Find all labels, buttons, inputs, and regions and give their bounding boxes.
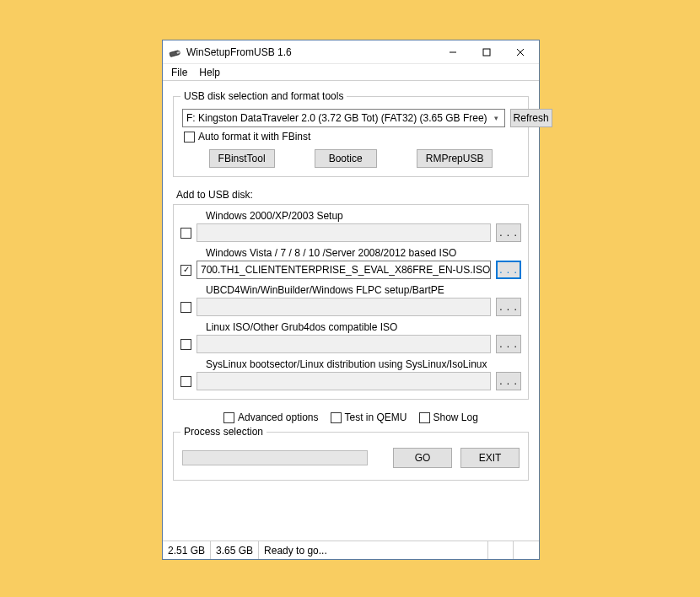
add-item-linuxiso: Linux ISO/Other Grub4dos compatible ISO … — [180, 321, 521, 353]
content-area: USB disk selection and format tools F: K… — [163, 81, 539, 541]
advanced-options-checkbox[interactable] — [223, 412, 234, 423]
path-input-linuxiso[interactable] — [197, 335, 491, 353]
browse-button-syslinux[interactable]: . . . — [496, 372, 521, 390]
test-qemu-label: Test in QEMU — [345, 411, 407, 423]
status-message: Ready to go... — [259, 541, 488, 559]
autoformat-label: Auto format it with FBinst — [198, 131, 310, 143]
app-icon — [166, 44, 183, 61]
add-item-win2000: Windows 2000/XP/2003 Setup . . . — [180, 210, 521, 242]
add-checkbox-ubcd[interactable] — [180, 302, 191, 313]
window-controls — [436, 42, 537, 62]
refresh-button[interactable]: Refresh — [510, 109, 552, 127]
close-button[interactable] — [503, 42, 537, 62]
svg-rect-3 — [483, 49, 490, 56]
browse-button-linuxiso[interactable]: . . . — [496, 335, 521, 353]
fbinsttool-button[interactable]: FBinstTool — [209, 149, 275, 168]
show-log-label: Show Log — [433, 411, 478, 423]
add-checkbox-win2000[interactable] — [180, 228, 191, 239]
path-input-ubcd[interactable] — [197, 298, 491, 316]
test-qemu-checkbox[interactable] — [331, 412, 342, 423]
add-item-label: Linux ISO/Other Grub4dos compatible ISO — [206, 321, 521, 333]
disk-selection-group: USB disk selection and format tools F: K… — [173, 96, 529, 177]
browse-button-ubcd[interactable]: . . . — [496, 298, 521, 316]
add-item-label: UBCD4Win/WinBuilder/Windows FLPC setup/B… — [206, 284, 521, 296]
options-row: Advanced options Test in QEMU Show Log — [173, 411, 529, 423]
window-title: WinSetupFromUSB 1.6 — [186, 46, 436, 58]
add-item-label: Windows 2000/XP/2003 Setup — [206, 210, 521, 222]
rmprepusb-button[interactable]: RMPrepUSB — [417, 149, 493, 168]
status-empty-1 — [488, 541, 514, 559]
status-empty-2 — [514, 541, 539, 559]
disk-select[interactable]: F: Kingston DataTraveler 2.0 (3.72 GB To… — [182, 109, 505, 127]
process-group: Process selection GO EXIT — [173, 432, 529, 481]
add-to-usb-group: Windows 2000/XP/2003 Setup . . . Windows… — [173, 204, 529, 400]
path-input-win2000[interactable] — [197, 223, 491, 242]
maximize-button[interactable] — [470, 42, 503, 62]
menubar: File Help — [163, 64, 539, 81]
statusbar: 2.51 GB 3.65 GB Ready to go... — [163, 541, 539, 559]
add-checkbox-linuxiso[interactable] — [180, 339, 191, 350]
add-item-label: SysLinux bootsector/Linux distribution u… — [206, 358, 521, 370]
advanced-options-label: Advanced options — [238, 411, 318, 423]
add-item-syslinux: SysLinux bootsector/Linux distribution u… — [180, 358, 521, 390]
menu-help[interactable]: Help — [194, 65, 225, 80]
status-size-1: 2.51 GB — [163, 541, 211, 559]
go-button[interactable]: GO — [393, 448, 452, 468]
add-checkbox-syslinux[interactable] — [180, 376, 191, 387]
add-to-usb-label: Add to USB disk: — [176, 189, 529, 201]
process-legend: Process selection — [180, 426, 267, 438]
progress-bar — [182, 450, 368, 465]
disk-select-value: F: Kingston DataTraveler 2.0 (3.72 GB To… — [182, 109, 505, 127]
add-item-label: Windows Vista / 7 / 8 / 10 /Server 2008/… — [206, 247, 521, 259]
exit-button[interactable]: EXIT — [460, 448, 520, 468]
disk-group-legend: USB disk selection and format tools — [180, 90, 347, 102]
status-size-2: 3.65 GB — [211, 541, 259, 559]
minimize-button[interactable] — [436, 42, 470, 62]
bootice-button[interactable]: Bootice — [315, 149, 377, 168]
autoformat-checkbox[interactable] — [184, 132, 195, 143]
browse-button-win2000[interactable]: . . . — [496, 223, 521, 242]
titlebar: WinSetupFromUSB 1.6 — [163, 40, 539, 64]
path-input-syslinux[interactable] — [197, 372, 491, 390]
show-log-checkbox[interactable] — [419, 412, 430, 423]
add-item-ubcd: UBCD4Win/WinBuilder/Windows FLPC setup/B… — [180, 284, 521, 316]
chevron-down-icon: ▾ — [489, 110, 503, 126]
add-item-vista: Windows Vista / 7 / 8 / 10 /Server 2008/… — [180, 247, 521, 279]
add-checkbox-vista[interactable]: ✓ — [180, 265, 191, 276]
app-window: WinSetupFromUSB 1.6 File Help USB disk s… — [162, 40, 540, 560]
path-input-vista[interactable]: 700.TH1_CLIENTENTERPRISE_S_EVAL_X86FRE_E… — [197, 261, 491, 279]
menu-file[interactable]: File — [166, 65, 192, 80]
browse-button-vista[interactable]: . . . — [496, 261, 521, 279]
